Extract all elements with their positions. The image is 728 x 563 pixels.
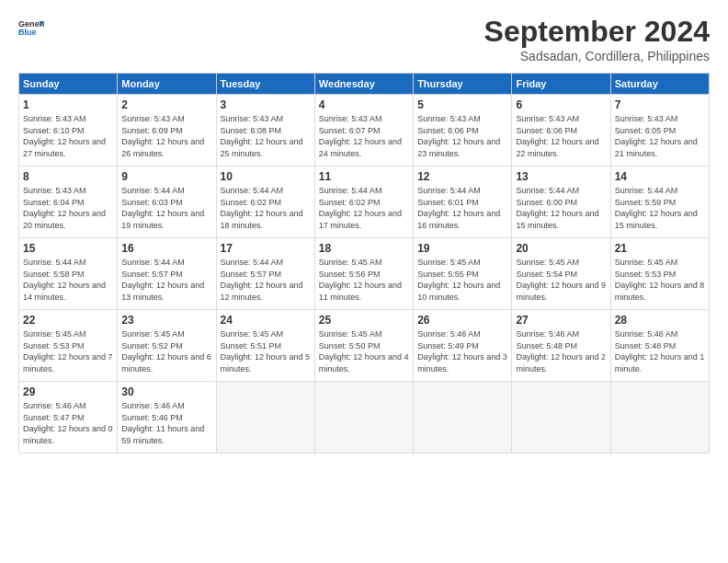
header: General Blue September 2024 Sadsadan, Co… — [18, 15, 710, 63]
day-30: 30 Sunrise: 5:46 AMSunset: 5:46 PMDaylig… — [118, 382, 216, 454]
day-3: 3 Sunrise: 5:43 AMSunset: 6:08 PMDayligh… — [216, 95, 314, 167]
day-17: 17 Sunrise: 5:44 AMSunset: 5:57 PMDaylig… — [216, 238, 314, 310]
day-1: 1 Sunrise: 5:43 AMSunset: 6:10 PMDayligh… — [19, 95, 118, 167]
day-14: 14 Sunrise: 5:44 AMSunset: 5:59 PMDaylig… — [610, 167, 709, 238]
day-29: 29 Sunrise: 5:46 AMSunset: 5:47 PMDaylig… — [19, 382, 118, 454]
day-13: 13 Sunrise: 5:44 AMSunset: 6:00 PMDaylig… — [512, 167, 610, 238]
col-saturday: Saturday — [610, 74, 709, 95]
day-12: 12 Sunrise: 5:44 AMSunset: 6:01 PMDaylig… — [414, 167, 512, 238]
page: General Blue September 2024 Sadsadan, Co… — [0, 0, 728, 563]
svg-text:Blue: Blue — [18, 28, 37, 37]
col-friday: Friday — [512, 74, 610, 95]
subtitle: Sadsadan, Cordillera, Philippines — [484, 49, 710, 63]
day-22: 22 Sunrise: 5:45 AMSunset: 5:53 PMDaylig… — [19, 310, 118, 382]
table-row: 29 Sunrise: 5:46 AMSunset: 5:47 PMDaylig… — [19, 382, 710, 454]
col-sunday: Sunday — [19, 74, 118, 95]
table-row: 1 Sunrise: 5:43 AMSunset: 6:10 PMDayligh… — [19, 95, 710, 167]
day-18: 18 Sunrise: 5:45 AMSunset: 5:56 PMDaylig… — [314, 238, 413, 310]
day-16: 16 Sunrise: 5:44 AMSunset: 5:57 PMDaylig… — [118, 238, 216, 310]
table-row: 22 Sunrise: 5:45 AMSunset: 5:53 PMDaylig… — [19, 310, 710, 382]
title-block: September 2024 Sadsadan, Cordillera, Phi… — [484, 15, 710, 63]
day-27: 27 Sunrise: 5:46 AMSunset: 5:48 PMDaylig… — [512, 310, 610, 382]
month-title: September 2024 — [484, 15, 710, 49]
day-8: 8 Sunrise: 5:43 AMSunset: 6:04 PMDayligh… — [19, 167, 118, 238]
day-26: 26 Sunrise: 5:46 AMSunset: 5:49 PMDaylig… — [414, 310, 512, 382]
day-20: 20 Sunrise: 5:45 AMSunset: 5:54 PMDaylig… — [512, 238, 610, 310]
col-tuesday: Tuesday — [216, 74, 314, 95]
calendar-table: Sunday Monday Tuesday Wednesday Thursday… — [18, 73, 710, 454]
day-24: 24 Sunrise: 5:45 AMSunset: 5:51 PMDaylig… — [216, 310, 314, 382]
day-empty-1 — [216, 382, 314, 454]
col-monday: Monday — [118, 74, 216, 95]
day-4: 4 Sunrise: 5:43 AMSunset: 6:07 PMDayligh… — [314, 95, 413, 167]
day-empty-5 — [610, 382, 709, 454]
day-9: 9 Sunrise: 5:44 AMSunset: 6:03 PMDayligh… — [118, 167, 216, 238]
day-empty-2 — [314, 382, 413, 454]
day-11: 11 Sunrise: 5:44 AMSunset: 6:02 PMDaylig… — [314, 167, 413, 238]
table-row: 8 Sunrise: 5:43 AMSunset: 6:04 PMDayligh… — [19, 167, 710, 238]
header-row: Sunday Monday Tuesday Wednesday Thursday… — [19, 74, 710, 95]
day-empty-4 — [512, 382, 610, 454]
day-23: 23 Sunrise: 5:45 AMSunset: 5:52 PMDaylig… — [118, 310, 216, 382]
logo: General Blue — [18, 15, 48, 40]
day-19: 19 Sunrise: 5:45 AMSunset: 5:55 PMDaylig… — [414, 238, 512, 310]
day-empty-3 — [414, 382, 512, 454]
day-15: 15 Sunrise: 5:44 AMSunset: 5:58 PMDaylig… — [19, 238, 118, 310]
table-row: 15 Sunrise: 5:44 AMSunset: 5:58 PMDaylig… — [19, 238, 710, 310]
day-28: 28 Sunrise: 5:46 AMSunset: 5:48 PMDaylig… — [610, 310, 709, 382]
day-5: 5 Sunrise: 5:43 AMSunset: 6:06 PMDayligh… — [414, 95, 512, 167]
day-2: 2 Sunrise: 5:43 AMSunset: 6:09 PMDayligh… — [118, 95, 216, 167]
day-7: 7 Sunrise: 5:43 AMSunset: 6:05 PMDayligh… — [610, 95, 709, 167]
day-6: 6 Sunrise: 5:43 AMSunset: 6:06 PMDayligh… — [512, 95, 610, 167]
col-thursday: Thursday — [414, 74, 512, 95]
day-25: 25 Sunrise: 5:45 AMSunset: 5:50 PMDaylig… — [314, 310, 413, 382]
day-21: 21 Sunrise: 5:45 AMSunset: 5:53 PMDaylig… — [610, 238, 709, 310]
day-10: 10 Sunrise: 5:44 AMSunset: 6:02 PMDaylig… — [216, 167, 314, 238]
logo-icon: General Blue — [18, 15, 44, 40]
col-wednesday: Wednesday — [314, 74, 413, 95]
